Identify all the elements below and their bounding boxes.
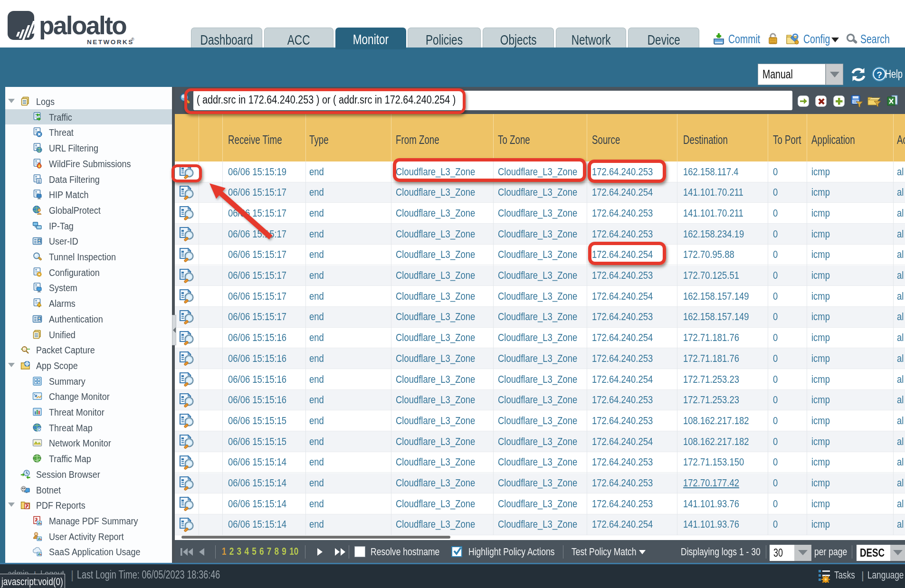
svg-text:NETWORKS: NETWORKS <box>87 38 134 46</box>
svg-text:paloalto: paloalto <box>39 11 126 39</box>
svg-text:?: ? <box>876 70 882 80</box>
svg-text:®: ® <box>131 37 134 42</box>
